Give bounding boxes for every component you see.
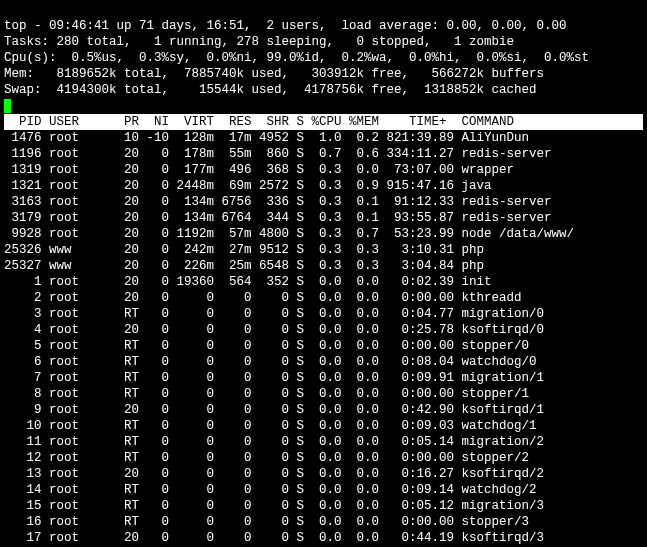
summary-line-4: Mem: 8189652k total, 7885740k used, 3039… <box>4 67 544 81</box>
cursor <box>4 99 11 113</box>
terminal-output[interactable]: top - 09:46:41 up 71 days, 16:51, 2 user… <box>0 0 647 547</box>
summary-line-1: top - 09:46:41 up 71 days, 16:51, 2 user… <box>4 19 567 33</box>
summary-line-5: Swap: 4194300k total, 15544k used, 41787… <box>4 83 537 97</box>
process-list[interactable]: 1476 root 10 -10 128m 17m 4952 S 1.0 0.2… <box>4 131 574 547</box>
columns-header: PID USER PR NI VIRT RES SHR S %CPU %MEM … <box>4 114 643 130</box>
summary-line-3: Cpu(s): 0.5%us, 0.3%sy, 0.0%ni, 99.0%id,… <box>4 51 589 65</box>
summary-line-2: Tasks: 280 total, 1 running, 278 sleepin… <box>4 35 514 49</box>
